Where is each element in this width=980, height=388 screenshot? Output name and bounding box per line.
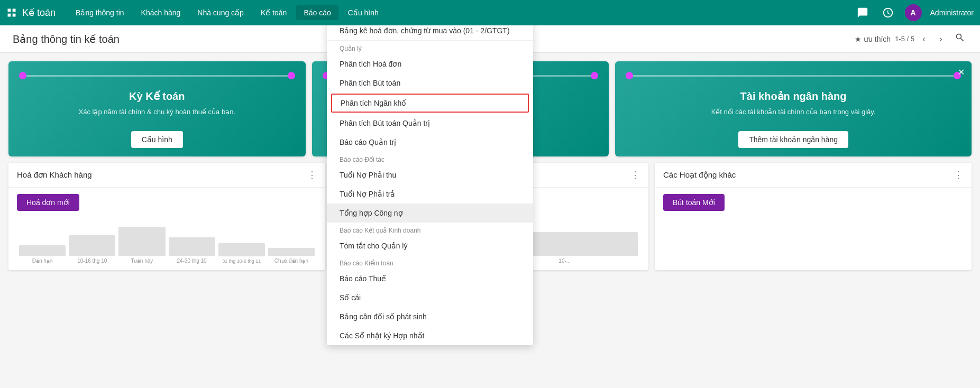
nav-ke-toan[interactable]: Kế toán [253,5,294,20]
avatar[interactable]: A [905,4,922,21]
widget-title-3: Các Hoạt động khác [663,170,736,180]
dropdown-item-tom-tat-cho-quan-ly[interactable]: Tóm tắt cho Quản lý [327,236,533,255]
card-dot-right-2 [591,72,598,79]
clock-icon[interactable] [880,4,896,21]
bar-label: Đến hạn [32,258,53,264]
svg-rect-3 [13,14,16,17]
dropdown-item-phan-tich-hoa-don[interactable]: Phân tích Hoá đơn [327,54,533,73]
bar-label: 24-30 thg 10 [177,258,207,264]
bar-label: 31 thg 10-6 thg 11 [222,258,261,264]
widget-action-btn-1[interactable]: Hoá đơn mới [17,194,79,211]
chart-bar-4: 31 thg 10-6 thg 11 [218,243,265,264]
chart-bar-3: 24-30 thg 10 [169,237,215,264]
admin-label[interactable]: Administrator [930,8,974,17]
widget-body-3: Bút toán Mới [655,188,972,224]
nav-links: Bảng thông tin Khách hàng Nhà cung cấp K… [68,5,854,20]
dropdown-item-tuoi-no-phai-tra[interactable]: Tuổi Nợ Phải trả [327,184,533,204]
widget-header-3: Các Hoạt động khác ⋮ [655,163,972,188]
bar [218,243,265,256]
page-title: Bảng thông tin kế toán [13,33,120,45]
chart-bar-0: Đến hạn [19,245,66,264]
pagination-next[interactable]: › [933,32,948,47]
page-header-right: ★ ưu thích 1-5 / 5 ‹ › [855,30,967,48]
top-navigation: Kế toán Bảng thông tin Khách hàng Nhà cu… [0,0,980,25]
close-icon[interactable]: ✕ [955,66,967,78]
chart-hoa-don: Đến hạn 10-16 thg 10 Tuần này 24-30 thg … [17,221,317,264]
nav-bang-thong-tin[interactable]: Bảng thông tin [68,5,132,20]
widget-cac-hoat-dong-khac: Các Hoạt động khác ⋮ Bút toán Mới [655,163,972,270]
grid-icon[interactable] [6,7,17,18]
card-ngan-hang-desc: Kết nối các tài khoản tài chính của bạn … [626,107,961,117]
card-dot-left [19,72,26,79]
svg-rect-0 [8,9,11,12]
card-tai-khoan-ngan-hang: ✕ Tài khoản ngân hàng Kết nối các tài kh… [615,61,972,156]
card-dot-right [288,72,295,79]
dropdown-item-phan-tich-but-toan[interactable]: Phân tích Bút toán [327,73,533,93]
dropdown-section-quan-ly: Quản lý [327,41,533,54]
card-line [26,75,288,77]
dropdown-item-tong-hop-cong-no[interactable]: Tổng hợp Công nợ [327,204,533,223]
bar-label: 10-... [558,258,571,264]
bar-label: Tuần này [131,258,153,264]
dropdown-section-ket-qua: Báo cáo Kết quả Kinh doanh [327,223,533,236]
bar [69,235,115,256]
nav-bao-cao[interactable]: Báo cáo [296,5,338,20]
pagination: 1-5 / 5 ‹ › [895,32,948,47]
dropdown-section-bao-cao-doi-tac: Báo cáo Đối tác [327,152,533,165]
dropdown-item-phan-tich-ngan-kho[interactable]: Phân tích Ngân khố [331,94,529,113]
widget-header-1: Hoá đơn Khách hàng ⋮ [8,163,325,188]
card-ky-ke-toan: Kỳ Kế toán Xác lập năm tài chính & chu k… [8,61,306,156]
widget-menu-icon-2[interactable]: ⋮ [630,169,640,181]
chat-icon[interactable] [854,4,871,21]
chart-bar-1: 10-16 thg 10 [69,235,115,264]
card-ngan-hang-btn[interactable]: Thêm tài khoản ngân hàng [738,131,848,148]
bar [268,248,315,256]
chart-bar-2: Tuần này [118,227,165,264]
widget-menu-icon-1[interactable]: ⋮ [307,169,317,181]
dropdown-item-bao-cao-thue[interactable]: Báo cáo Thuế [327,269,533,276]
nav-khach-hang[interactable]: Khách hàng [134,5,188,20]
widget-action-btn-3[interactable]: Bút toán Mới [663,194,725,211]
bar [19,245,66,256]
card-dot-left-3 [626,72,633,79]
bar [169,237,215,256]
widget-menu-icon-3[interactable]: ⋮ [954,169,963,181]
bao-cao-dropdown: Bảng kê hoá đơn, chứng từ mua vào (01 - … [327,21,533,276]
nav-right-actions: A Administrator [854,4,974,21]
nav-cau-hinh[interactable]: Cấu hình [341,5,386,20]
dropdown-section-kiem-toan: Báo cáo Kiểm toán [327,255,533,269]
search-icon[interactable] [952,30,967,48]
bar-label: 10-16 thg 10 [77,258,107,264]
svg-rect-1 [13,9,16,12]
bar [118,227,165,256]
widget-hoa-don-khach-hang: Hoá đơn Khách hàng ⋮ Hoá đơn mới Đến hạn… [8,163,325,270]
chart-bar-5: Chưa đến hạn [268,248,315,264]
favorites-label: ★ ưu thích [855,35,891,43]
widget-title-1: Hoá đơn Khách hàng [17,170,92,180]
card-ky-ke-toan-title: Kỳ Kế toán [19,90,295,103]
card-ky-ke-toan-btn[interactable]: Cấu hình [131,131,183,148]
dropdown-item-bao-cao-quan-tri[interactable]: Báo cáo Quản trị [327,133,533,152]
card-line-3 [633,75,954,77]
pagination-prev[interactable]: ‹ [917,32,931,47]
card-ngan-hang-title: Tài khoản ngân hàng [626,90,961,103]
dropdown-item-phan-tich-but-toan-quan-tri[interactable]: Phân tích Bút toán Quản trị [327,114,533,133]
widget-body-1: Hoá đơn mới Đến hạn 10-16 thg 10 Tuần nà… [8,188,325,270]
bar-label: Chưa đến hạn [274,258,308,264]
svg-rect-2 [8,14,11,17]
nav-nha-cung-cap[interactable]: Nhà cung cấp [190,5,251,20]
dropdown-item-tuoi-no-phai-thu[interactable]: Tuổi Nợ Phải thu [327,165,533,184]
dropdown-bordered-wrapper: Phân tích Ngân khố [327,94,533,113]
card-ky-ke-toan-desc: Xác lập năm tài chính & chu kỳ hoàn thuế… [19,107,295,117]
app-title: Kế toán [22,7,56,19]
